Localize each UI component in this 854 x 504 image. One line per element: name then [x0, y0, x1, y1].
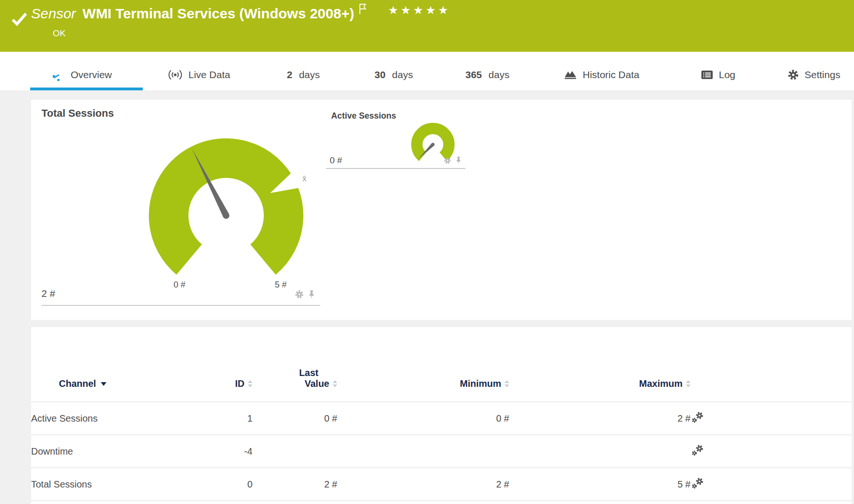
gauge-scale-min: 0 # [163, 280, 196, 290]
channel-minimum [337, 435, 509, 468]
column-header-id-label: ID [235, 378, 244, 389]
column-header-maximum-label: Maximum [639, 378, 683, 389]
channel-last-value [252, 435, 337, 468]
channel-name[interactable]: Downtime [31, 435, 224, 468]
sort-arrows-icon [248, 380, 252, 387]
channel-settings-gears-icon[interactable] [691, 411, 705, 424]
flag-icon[interactable] [358, 3, 367, 15]
gauge-pin-icon[interactable] [308, 290, 316, 299]
tab-overview-label: Overview [71, 69, 112, 80]
page-title: WMI Terminal Services (Windows 2008+) [82, 6, 354, 22]
tab-2-days-label: days [299, 69, 320, 80]
column-header-minimum[interactable]: Minimum [337, 327, 509, 402]
tab-30-days-label: days [392, 69, 413, 80]
gear-icon [788, 69, 799, 80]
channel-settings-gears-icon[interactable] [691, 477, 705, 490]
gauge-divider [41, 305, 320, 306]
channel-settings-gears-icon[interactable] [691, 444, 705, 457]
channel-id: 0 [224, 468, 252, 501]
average-marker-label: x̄ [302, 174, 307, 184]
total-sessions-gauge-title: Total Sessions [41, 107, 114, 120]
object-type-label: Sensor [31, 6, 76, 22]
column-header-last-label: Last [299, 368, 337, 378]
column-header-actions [691, 327, 852, 402]
tab-live-data[interactable]: Live Data [168, 52, 230, 90]
gauge-icon [53, 69, 65, 81]
gauges-panel: Total Sessions x̄ 0 # 5 # 2 # Active Ses… [31, 100, 852, 320]
tab-30-days[interactable]: 30 days [374, 52, 413, 90]
column-header-maximum[interactable]: Maximum [509, 327, 691, 402]
channel-name[interactable]: Total Sessions [31, 468, 224, 501]
gauge-scale-max: 5 # [264, 280, 297, 290]
table-row: Downtime -4 [31, 435, 852, 468]
column-header-channel[interactable]: Channel [31, 327, 224, 402]
total-sessions-gauge [137, 126, 316, 305]
tab-bar: Overview Live Data 2 days 30 days 365 da… [0, 52, 854, 90]
tab-settings-label: Settings [805, 69, 840, 80]
gauge-pin-icon[interactable] [455, 156, 462, 164]
tab-historic-data[interactable]: Historic Data [564, 52, 639, 90]
tab-log-label: Log [719, 69, 735, 80]
tab-365-days-label: days [488, 69, 509, 80]
tab-live-data-label: Live Data [188, 69, 230, 80]
channels-panel: Channel ID Last Value [31, 327, 852, 504]
channel-name[interactable]: Active Sessions [31, 402, 224, 435]
channel-last-value: 2 # [252, 468, 337, 501]
channel-maximum: 2 # [509, 402, 691, 435]
column-header-minimum-label: Minimum [460, 378, 501, 389]
tab-overview[interactable]: Overview [53, 52, 112, 90]
status-check-icon [11, 12, 27, 26]
table-row: Active Sessions 1 0 # 0 # 2 # [31, 402, 852, 435]
active-sessions-value: 0 # [330, 155, 342, 166]
column-header-channel-label: Channel [59, 378, 96, 389]
live-data-icon [168, 69, 183, 81]
channel-minimum: 2 # [337, 468, 509, 501]
tab-2-days[interactable]: 2 days [287, 52, 320, 90]
priority-stars[interactable]: ★★★★★ [388, 4, 451, 17]
column-header-id[interactable]: ID [224, 327, 252, 402]
active-tab-underline [30, 88, 143, 90]
area-chart-icon [564, 69, 577, 80]
channel-maximum: 5 # [509, 468, 691, 501]
channels-table: Channel ID Last Value [31, 327, 852, 501]
tab-365-days-number: 365 [465, 69, 482, 80]
active-sessions-gauge-title: Active Sessions [331, 111, 396, 121]
tab-2-days-number: 2 [287, 69, 293, 80]
channel-minimum: 0 # [337, 402, 509, 435]
gauge-divider [326, 168, 465, 169]
gauge-settings-gear-icon[interactable] [295, 290, 304, 299]
status-badge: OK [53, 28, 65, 39]
channel-id: 1 [224, 402, 252, 435]
column-header-value-label: Value [305, 378, 329, 389]
tab-settings[interactable]: Settings [788, 52, 840, 90]
channel-last-value: 0 # [252, 402, 337, 435]
column-header-last-value[interactable]: Last Value [252, 327, 337, 402]
sort-arrows-icon [686, 380, 691, 387]
sort-descending-icon [101, 382, 106, 386]
tab-365-days[interactable]: 365 days [465, 52, 509, 90]
sensor-status-header: Sensor WMI Terminal Services (Windows 20… [0, 0, 854, 52]
sort-arrows-icon [333, 380, 337, 387]
channel-maximum [509, 435, 691, 468]
tab-log[interactable]: Log [701, 52, 735, 90]
tab-historic-data-label: Historic Data [583, 69, 639, 80]
sort-arrows-icon [504, 380, 509, 387]
channel-id: -4 [224, 435, 252, 468]
gauge-settings-gear-icon[interactable] [444, 157, 451, 164]
table-row: Total Sessions 0 2 # 2 # 5 # [31, 468, 852, 501]
tab-30-days-number: 30 [374, 69, 385, 80]
log-icon [701, 70, 713, 80]
total-sessions-value: 2 # [41, 288, 55, 299]
